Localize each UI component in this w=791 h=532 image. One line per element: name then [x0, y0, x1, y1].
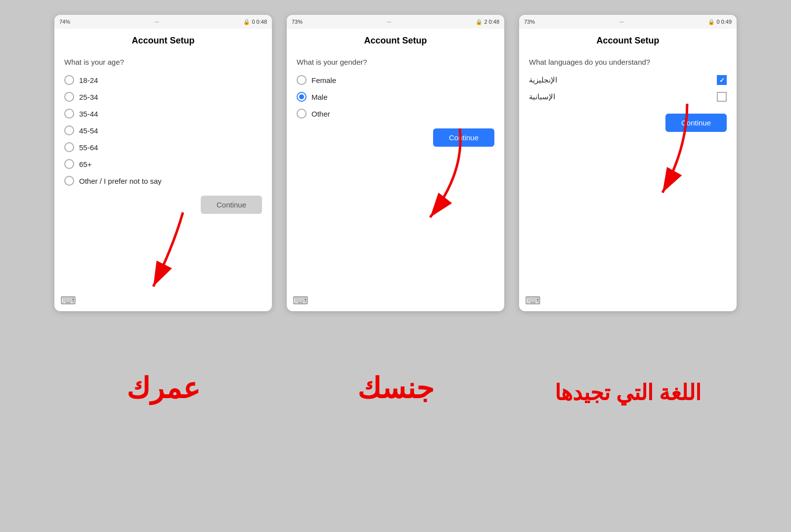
gender-question: What is your gender?	[297, 58, 494, 66]
label-female: Female	[311, 76, 336, 84]
keyboard-icon-lang: ⌨	[525, 294, 541, 307]
radio-other-gender[interactable]	[297, 109, 307, 119]
radio-2534[interactable]	[64, 92, 74, 102]
radio-3544[interactable]	[64, 109, 74, 119]
keyboard-icon-age: ⌨	[60, 294, 76, 307]
keyboard-icon-gender: ⌨	[293, 294, 308, 307]
lang-row-english[interactable]: الإنجليزية	[529, 75, 727, 85]
status-dots-age: ···	[155, 19, 159, 25]
radio-5564[interactable]	[64, 142, 74, 152]
radio-male[interactable]	[297, 92, 307, 102]
label-3544: 35-44	[79, 110, 98, 118]
age-title: Account Setup	[54, 29, 272, 50]
gender-radio-group: Female Male Other	[297, 75, 494, 119]
lang-label-english: الإنجليزية	[529, 76, 557, 84]
status-dots-lang: ···	[619, 19, 624, 25]
lang-title: Account Setup	[519, 29, 737, 50]
age-option-3544[interactable]: 35-44	[64, 109, 262, 119]
status-bar-age: 74% ··· 🔒 0 0:48	[54, 15, 272, 29]
checkbox-spanish[interactable]	[717, 92, 727, 102]
label-2534: 25-34	[79, 93, 98, 101]
arabic-label-gender: جنسك	[357, 371, 434, 405]
lang-continue-button[interactable]: Continue	[665, 114, 727, 132]
age-option-5564[interactable]: 55-64	[64, 142, 262, 152]
lang-phone-panel: 73% ··· 🔒 0 0:49 Account Setup What lang…	[519, 15, 737, 311]
status-icons-gender: 🔒 2 0:48	[476, 19, 499, 25]
age-option-other[interactable]: Other / I prefer not to say	[64, 176, 262, 186]
age-radio-group: 18-24 25-34 35-44 45-54 55-64	[64, 75, 262, 186]
status-battery-lang: 73%	[524, 19, 535, 25]
age-option-2534[interactable]: 25-34	[64, 92, 262, 102]
radio-4554[interactable]	[64, 125, 74, 135]
age-content: What is your age? 18-24 25-34 35-44 45-5…	[54, 50, 272, 311]
label-other-gender: Other	[311, 110, 330, 118]
label-65plus: 65+	[79, 160, 91, 168]
lang-content: What languages do you understand? الإنجل…	[519, 50, 737, 311]
gender-continue-button[interactable]: Continue	[433, 128, 494, 147]
age-question: What is your age?	[64, 58, 262, 66]
label-4554: 45-54	[79, 126, 98, 135]
age-phone-panel: 74% ··· 🔒 0 0:48 Account Setup What is y…	[54, 15, 272, 311]
gender-option-other[interactable]: Other	[297, 109, 494, 119]
lang-row-spanish[interactable]: الإسبانية	[529, 92, 727, 102]
gender-option-female[interactable]: Female	[297, 75, 494, 85]
radio-65plus[interactable]	[64, 159, 74, 169]
arabic-label-lang: اللغة التي تجيدها	[555, 380, 701, 405]
status-dots-gender: ···	[387, 19, 392, 25]
status-bar-gender: 73% ··· 🔒 2 0:48	[287, 15, 504, 29]
gender-option-male[interactable]: Male	[297, 92, 494, 102]
age-option-65plus[interactable]: 65+	[64, 159, 262, 169]
gender-content: What is your gender? Female Male Other C…	[287, 50, 504, 311]
checkbox-english[interactable]	[717, 75, 727, 85]
status-icons-lang: 🔒 0 0:49	[708, 19, 732, 25]
age-option-4554[interactable]: 45-54	[64, 125, 262, 135]
lang-question: What languages do you understand?	[529, 58, 727, 66]
age-option-1824[interactable]: 18-24	[64, 75, 262, 85]
status-battery-gender: 73%	[292, 19, 303, 25]
status-battery-age: 74%	[59, 19, 70, 25]
label-1824: 18-24	[79, 76, 98, 84]
status-icons-age: 🔒 0 0:48	[243, 19, 267, 25]
lang-list: الإنجليزية الإسبانية	[529, 75, 727, 109]
label-other-age: Other / I prefer not to say	[79, 177, 162, 185]
gender-phone-panel: 73% ··· 🔒 2 0:48 Account Setup What is y…	[287, 15, 504, 311]
radio-female[interactable]	[297, 75, 307, 85]
status-bar-lang: 73% ··· 🔒 0 0:49	[519, 15, 737, 29]
label-male: Male	[311, 93, 328, 101]
lang-label-spanish: الإسبانية	[529, 92, 555, 101]
radio-1824[interactable]	[64, 75, 74, 85]
gender-title: Account Setup	[287, 29, 504, 50]
arabic-label-age: عمرك	[127, 371, 200, 405]
label-5564: 55-64	[79, 143, 98, 152]
radio-other-age[interactable]	[64, 176, 74, 186]
age-continue-button[interactable]: Continue	[201, 196, 262, 214]
